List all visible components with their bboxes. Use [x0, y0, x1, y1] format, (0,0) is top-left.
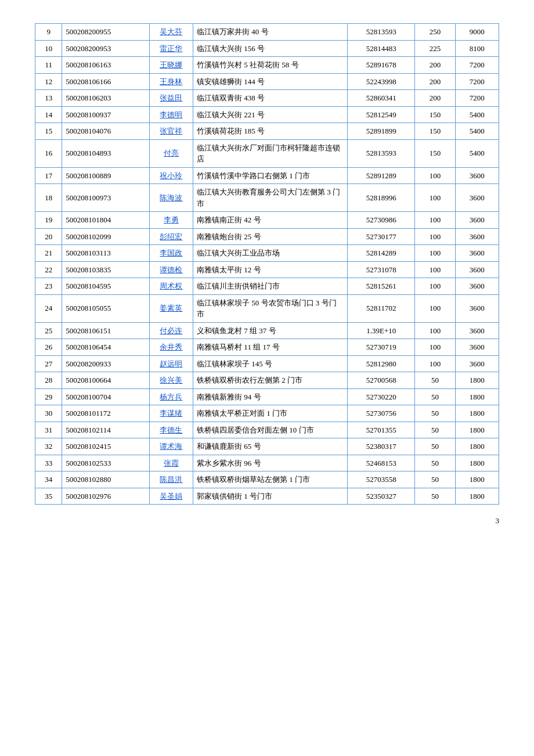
row-amount: 50 — [415, 471, 455, 488]
row-phone: 52812980 — [348, 355, 415, 372]
data-table: 9500208200955吴大芬临江镇万家井街 40 号528135932509… — [35, 23, 499, 505]
row-name[interactable]: 彭绍宏 — [149, 228, 193, 245]
row-total: 3600 — [455, 228, 499, 245]
row-name[interactable]: 付必连 — [149, 322, 193, 339]
row-name[interactable]: 谭德检 — [149, 261, 193, 278]
row-amount: 100 — [415, 355, 455, 372]
table-row: 18500208100973陈海波临江镇大兴街教育服务公司大门左侧第 3 门市5… — [35, 184, 499, 212]
row-number: 26 — [35, 339, 62, 356]
row-name[interactable]: 谭术海 — [149, 438, 193, 455]
row-name[interactable]: 徐兴美 — [149, 372, 193, 389]
table-row: 30500208101172李谋绪南雅镇太平桥正对面 1 门市527307565… — [35, 405, 499, 422]
row-name[interactable]: 吴圣娟 — [149, 488, 193, 505]
row-id: 500208100973 — [62, 184, 150, 212]
row-phone: 52813593 — [348, 139, 415, 167]
row-name[interactable]: 王晓娜 — [149, 57, 193, 74]
table-row: 32500208102415谭术海和谦镇鹿新街 65 号523803175018… — [35, 438, 499, 455]
row-address: 竹溪镇竹溪中学路口右侧第 1 门市 — [193, 167, 348, 184]
row-phone: 52730220 — [348, 388, 415, 405]
row-address: 南雅镇炮台街 25 号 — [193, 228, 348, 245]
row-phone: 52468153 — [348, 455, 415, 471]
row-address: 临江镇大兴街 156 号 — [193, 40, 348, 57]
row-address: 紫水乡紫水街 96 号 — [193, 455, 348, 471]
row-total: 3600 — [455, 294, 499, 322]
row-name[interactable]: 赵远明 — [149, 355, 193, 372]
row-number: 28 — [35, 372, 62, 389]
row-total: 1800 — [455, 471, 499, 488]
row-name[interactable]: 李德明 — [149, 106, 193, 123]
row-number: 34 — [35, 471, 62, 488]
row-amount: 50 — [415, 455, 455, 471]
row-address: 镇安镇雄狮街 144 号 — [193, 73, 348, 90]
row-phone: 52891899 — [348, 123, 415, 140]
row-id: 500208101804 — [62, 212, 150, 229]
row-name[interactable]: 张霞 — [149, 455, 193, 471]
row-number: 21 — [35, 245, 62, 262]
row-name[interactable]: 陈海波 — [149, 184, 193, 212]
row-total: 1800 — [455, 455, 499, 471]
row-number: 31 — [35, 422, 62, 438]
row-phone: 52814483 — [348, 40, 415, 57]
row-number: 30 — [35, 405, 62, 422]
row-phone: 52700568 — [348, 372, 415, 389]
row-amount: 225 — [415, 40, 455, 57]
row-address: 临江镇双青街 438 号 — [193, 90, 348, 107]
table-row: 26500208106454余井秀南雅镇马桥村 11 组 17 号5273071… — [35, 339, 499, 356]
row-total: 3600 — [455, 184, 499, 212]
table-row: 12500208106166王身林镇安镇雄狮街 144 号52243998200… — [35, 73, 499, 90]
table-row: 27500208200933赵远明临江镇林家坝子 145 号5281298010… — [35, 355, 499, 372]
row-name[interactable]: 王身林 — [149, 73, 193, 90]
row-number: 25 — [35, 322, 62, 339]
row-name[interactable]: 周术权 — [149, 278, 193, 295]
row-phone: 52891289 — [348, 167, 415, 184]
table-row: 22500208103835谭德检南雅镇太平街 12 号527310781003… — [35, 261, 499, 278]
row-id: 500208105055 — [62, 294, 150, 322]
row-name[interactable]: 杨方兵 — [149, 388, 193, 405]
row-total: 8100 — [455, 40, 499, 57]
row-name[interactable]: 吴大芬 — [149, 24, 193, 41]
row-address: 铁桥镇双桥街农行左侧第 2 门市 — [193, 372, 348, 389]
row-phone: 52860341 — [348, 90, 415, 107]
row-id: 500208100664 — [62, 372, 150, 389]
row-name[interactable]: 姜素英 — [149, 294, 193, 322]
row-name[interactable]: 李谋绪 — [149, 405, 193, 422]
row-amount: 100 — [415, 228, 455, 245]
row-name[interactable]: 付亮 — [149, 139, 193, 167]
row-name[interactable]: 李德生 — [149, 422, 193, 438]
row-phone: 1.39E+10 — [348, 322, 415, 339]
row-name[interactable]: 雷正华 — [149, 40, 193, 57]
row-number: 17 — [35, 167, 62, 184]
row-name[interactable]: 张益田 — [149, 90, 193, 107]
row-number: 12 — [35, 73, 62, 90]
row-name[interactable]: 李勇 — [149, 212, 193, 229]
table-row: 14500208100937李德明临江镇大兴街 221 号52812549150… — [35, 106, 499, 123]
row-name[interactable]: 李国政 — [149, 245, 193, 262]
row-total: 1800 — [455, 405, 499, 422]
row-phone: 52243998 — [348, 73, 415, 90]
row-amount: 100 — [415, 245, 455, 262]
row-amount: 100 — [415, 167, 455, 184]
table-row: 31500208102114李德生铁桥镇四居委信合对面左侧 10 门市52701… — [35, 422, 499, 438]
row-number: 24 — [35, 294, 62, 322]
row-name[interactable]: 陈昌洪 — [149, 471, 193, 488]
row-amount: 200 — [415, 90, 455, 107]
row-address: 临江镇林家坝子 50 号农贸市场门口 3 号门市 — [193, 294, 348, 322]
row-name[interactable]: 祝小玲 — [149, 167, 193, 184]
row-id: 500208102114 — [62, 422, 150, 438]
table-row: 25500208106151付必连义和镇鱼龙村 7 组 37 号1.39E+10… — [35, 322, 499, 339]
row-amount: 100 — [415, 184, 455, 212]
row-address: 南雅镇太平街 12 号 — [193, 261, 348, 278]
row-name[interactable]: 余井秀 — [149, 339, 193, 356]
row-amount: 150 — [415, 123, 455, 140]
row-total: 9000 — [455, 24, 499, 41]
row-name[interactable]: 张官祥 — [149, 123, 193, 140]
row-amount: 50 — [415, 372, 455, 389]
table-row: 15500208104076张官祥竹溪镇荷花街 185 号52891899150… — [35, 123, 499, 140]
row-id: 500208102880 — [62, 471, 150, 488]
table-row: 17500208100889祝小玲竹溪镇竹溪中学路口右侧第 1 门市528912… — [35, 167, 499, 184]
row-phone: 52730756 — [348, 405, 415, 422]
row-amount: 150 — [415, 106, 455, 123]
row-total: 3600 — [455, 278, 499, 295]
table-row: 9500208200955吴大芬临江镇万家井街 40 号528135932509… — [35, 24, 499, 41]
row-total: 5400 — [455, 139, 499, 167]
